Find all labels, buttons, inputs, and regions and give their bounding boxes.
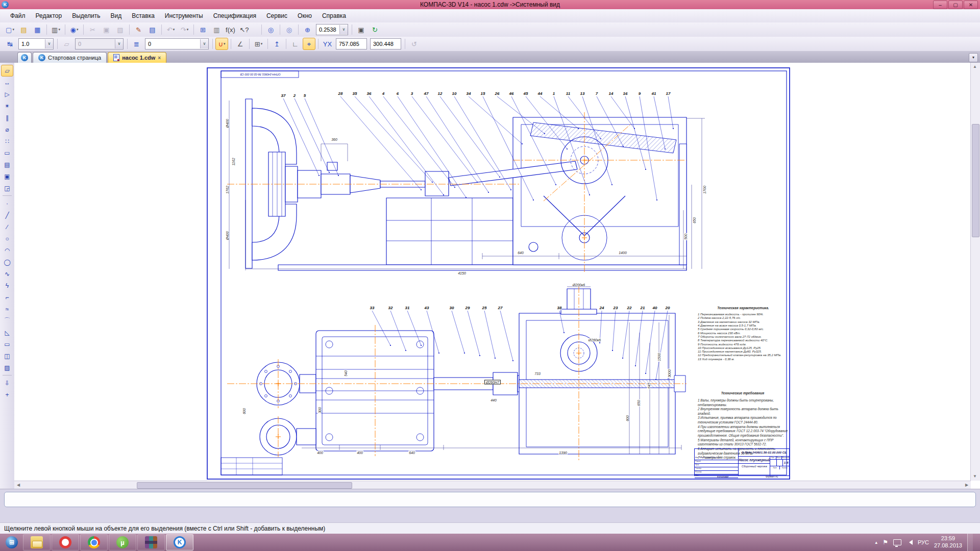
tab-list-button[interactable]: ▾: [969, 53, 978, 62]
zoom-scale-combo[interactable]: ∨: [316, 24, 348, 35]
tool-geometry[interactable]: ▱: [1, 65, 13, 77]
copies-icon[interactable]: ▱: [60, 38, 73, 50]
variables-fx[interactable]: f(x): [224, 23, 237, 36]
refresh-image[interactable]: ↻: [369, 23, 381, 36]
horizontal-scrollbar[interactable]: ◀ ▶: [14, 481, 971, 489]
clock[interactable]: 23:59 27.08.2013: [934, 535, 962, 549]
tool-insert[interactable]: ▣: [1, 170, 13, 182]
menu-item-Инструменты[interactable]: Инструменты: [160, 10, 208, 21]
menu-item-Спецификация[interactable]: Спецификация: [208, 10, 261, 21]
taskbar-start-button[interactable]: ⊞: [2, 535, 22, 550]
horizontal-scroll-thumb[interactable]: [137, 482, 352, 489]
show-desktop-button[interactable]: [967, 534, 973, 551]
language-indicator[interactable]: РУС: [918, 539, 929, 545]
scroll-right-icon[interactable]: ▶: [963, 481, 971, 489]
drawing-sheet[interactable]: ОПНН-240601.56-02.00.000 СБ Техническая …: [207, 67, 790, 480]
context-help[interactable]: ↖?: [238, 23, 251, 36]
menu-item-Справка[interactable]: Справка: [317, 10, 351, 21]
fit-all[interactable]: ▣: [355, 23, 368, 36]
tool-dimensions[interactable]: ↔: [1, 77, 13, 88]
cut[interactable]: ✂: [86, 23, 99, 36]
tool-specification[interactable]: ▭: [1, 147, 13, 159]
zoom-by-area[interactable]: ◎: [283, 23, 296, 36]
snap-points[interactable]: ⌖: [303, 38, 315, 50]
taskbar-app-kompas[interactable]: K: [166, 534, 193, 550]
tool-rectangle[interactable]: ▭: [1, 338, 13, 350]
scroll-left-icon[interactable]: ◀: [14, 481, 22, 489]
tab-home[interactable]: K: [17, 52, 32, 63]
local-cs[interactable]: ↥: [271, 38, 283, 50]
print-preview[interactable]: ◉▾: [68, 23, 81, 36]
dropdown-icon[interactable]: ▾: [187, 28, 189, 32]
specification[interactable]: ▤: [146, 23, 159, 36]
tray-chevron-icon[interactable]: ▴: [875, 540, 878, 545]
minimize-button[interactable]: –: [933, 1, 947, 9]
copy[interactable]: ▣: [100, 23, 113, 36]
dropdown-icon[interactable]: ▾: [58, 28, 60, 32]
tool-point[interactable]: ·: [1, 197, 13, 209]
rotate-view[interactable]: ↺: [408, 38, 421, 50]
tab-close-icon[interactable]: ×: [158, 55, 161, 61]
tool-reports[interactable]: ▤: [1, 159, 13, 170]
tool-collect-contour[interactable]: ◫: [1, 350, 13, 362]
copies-combo[interactable]: ∨: [75, 38, 124, 49]
zoom-scale-combo-input[interactable]: [318, 27, 339, 33]
tool-macro[interactable]: ◲: [1, 182, 13, 194]
menu-item-Выделить[interactable]: Выделить: [67, 10, 105, 21]
dropdown-icon[interactable]: ▾: [77, 28, 79, 32]
snap-magnet[interactable]: ∪▾: [215, 38, 228, 50]
menu-item-Редактор[interactable]: Редактор: [31, 10, 67, 21]
tool-fillet[interactable]: ⌒: [1, 315, 13, 327]
angle-snap[interactable]: ∠: [234, 38, 247, 50]
volume-icon[interactable]: [906, 540, 913, 545]
taskbar-app-utorrent[interactable]: µ: [109, 534, 136, 550]
tool-more[interactable]: ⇩: [1, 377, 13, 389]
dropdown-icon[interactable]: ∨: [45, 39, 53, 48]
dropdown-icon[interactable]: ▾: [224, 42, 226, 46]
redo[interactable]: ↷▾: [178, 23, 191, 36]
menu-item-Вставка[interactable]: Вставка: [127, 10, 160, 21]
tool-hatch[interactable]: ▨: [1, 362, 13, 373]
action-center-flag-icon[interactable]: ⚑: [883, 539, 888, 546]
tool-continuous-line[interactable]: ∿: [1, 268, 13, 280]
current-layer-combo-input[interactable]: [147, 41, 200, 47]
dropdown-icon[interactable]: ∨: [200, 39, 208, 48]
coord-x-field[interactable]: [336, 38, 367, 49]
tool-ellipse[interactable]: ◯: [1, 256, 13, 268]
zoom-in[interactable]: ⊕: [301, 23, 314, 36]
copies-combo-input[interactable]: [77, 41, 115, 47]
dropdown-icon[interactable]: ∨: [339, 25, 348, 34]
taskbar-app-winrar[interactable]: [137, 534, 165, 550]
taskbar-app-chrome[interactable]: [80, 534, 108, 550]
paste[interactable]: ▧: [114, 23, 127, 36]
tool-lightning[interactable]: ϟ: [1, 280, 13, 291]
menu-item-Сервис[interactable]: Сервис: [261, 10, 292, 21]
scroll-up-icon[interactable]: ▲: [971, 63, 979, 71]
dropdown-icon[interactable]: ∨: [115, 39, 123, 48]
save-document[interactable]: ▦: [31, 23, 44, 36]
coord-y-field-input[interactable]: [372, 41, 401, 47]
vertical-scroll-thumb[interactable]: [972, 124, 979, 237]
dropdown-icon[interactable]: ▾: [12, 28, 14, 32]
print[interactable]: ▥▾: [50, 23, 62, 36]
grid[interactable]: ⊞▾: [252, 38, 265, 50]
maximize-button[interactable]: ▢: [948, 1, 963, 9]
scroll-down-icon[interactable]: ▼: [971, 472, 979, 481]
tool-segment[interactable]: ∕: [1, 221, 13, 233]
undo[interactable]: ↶▾: [164, 23, 177, 36]
tool-designations[interactable]: ▷: [1, 88, 13, 100]
tool-pipeline[interactable]: ⌐: [1, 291, 13, 303]
open-document[interactable]: ▤: [17, 23, 30, 36]
tool-editing[interactable]: ✴: [1, 100, 13, 112]
tool-spline[interactable]: ≈: [1, 303, 13, 315]
tab-start-page[interactable]: K Стартовая страница: [33, 52, 107, 63]
tool-parametrization[interactable]: ∥: [1, 112, 13, 123]
cursor-step-combo-input[interactable]: [20, 41, 45, 47]
dropdown-icon[interactable]: ▾: [261, 42, 263, 46]
tool-selection[interactable]: ∷: [1, 135, 13, 147]
current-layer-combo[interactable]: ∨: [145, 38, 209, 49]
menu-item-Файл[interactable]: Файл: [5, 10, 31, 21]
menu-item-Окно[interactable]: Окно: [292, 10, 317, 21]
dropdown-icon[interactable]: ▾: [173, 28, 175, 32]
ortho-drawing[interactable]: ∟: [289, 38, 302, 50]
